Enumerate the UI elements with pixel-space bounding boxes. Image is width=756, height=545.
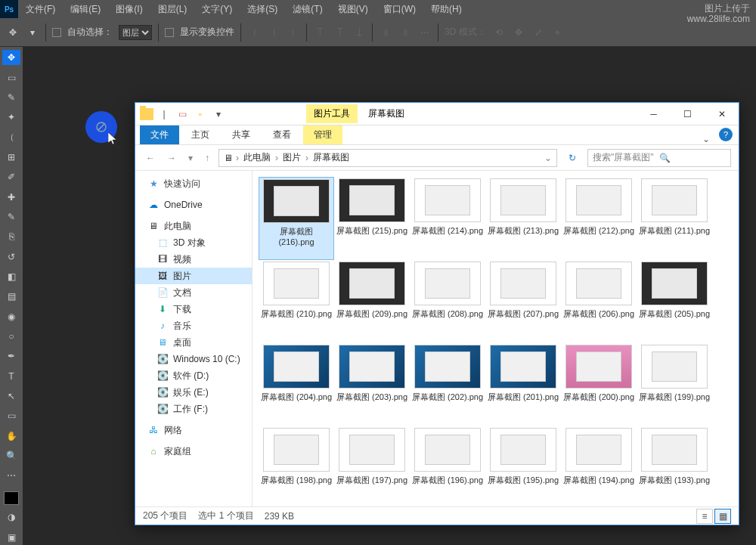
file-item[interactable]: 屏幕截图 (205).png	[637, 260, 712, 343]
distribute-h-icon[interactable]: ⫴	[379, 26, 392, 39]
file-item[interactable]: 屏幕截图 (215).png	[334, 177, 410, 260]
menu-select[interactable]: 选择(S)	[240, 3, 285, 16]
file-item[interactable]: 屏幕截图 (213).png	[485, 177, 561, 260]
sidebar-videos[interactable]: 🎞视频	[135, 251, 252, 268]
auto-select-dropdown[interactable]: 图层	[119, 25, 152, 40]
file-item[interactable]: 屏幕截图 (209).png	[334, 260, 410, 343]
address-bar[interactable]: 🖥 › 此电脑 › 图片 › 屏幕截图 ⌄	[218, 149, 557, 167]
menu-filter[interactable]: 滤镜(T)	[285, 3, 330, 16]
file-item[interactable]: 屏幕截图 (193).png	[637, 426, 712, 506]
gradient-tool[interactable]: ▤	[2, 289, 20, 304]
file-item[interactable]: 屏幕截图 (212).png	[561, 177, 637, 260]
sidebar-pictures[interactable]: 🖼图片	[135, 268, 252, 284]
clone-tool[interactable]: ⎘	[2, 229, 20, 244]
chevron-right-icon[interactable]: ›	[305, 153, 308, 163]
sidebar-downloads[interactable]: ⬇下载	[135, 301, 252, 317]
move-tool[interactable]: ✥	[2, 50, 20, 65]
nav-back-button[interactable]: ←	[143, 153, 158, 163]
file-item[interactable]: 屏幕截图 (194).png	[561, 426, 637, 506]
tab-share[interactable]: 共享	[222, 125, 261, 144]
minimize-button[interactable]: ─	[637, 103, 671, 125]
file-item[interactable]: 屏幕截图 (216).png	[259, 177, 334, 260]
sidebar-3d-objects[interactable]: ⬚3D 对象	[135, 234, 252, 251]
edit-toolbar[interactable]: ⋯	[2, 468, 20, 483]
blur-tool[interactable]: ◉	[2, 308, 20, 324]
search-input[interactable]: 搜索"屏幕截图" 🔍	[587, 149, 731, 167]
breadcrumb-pictures[interactable]: 图片	[281, 151, 302, 164]
explorer-titlebar[interactable]: | ▭ ▫ ▾ 图片工具 屏幕截图 ─ ☐ ✕	[135, 103, 739, 125]
sidebar-this-pc[interactable]: 🖥此电脑	[135, 218, 252, 234]
qat-customize-icon[interactable]: ▾	[211, 109, 226, 119]
file-item[interactable]: 屏幕截图 (211).png	[637, 177, 712, 260]
file-item[interactable]: 屏幕截图 (195).png	[485, 426, 561, 506]
marquee-tool[interactable]: ▭	[2, 70, 20, 85]
chevron-right-icon[interactable]: ›	[275, 153, 278, 163]
file-item[interactable]: 屏幕截图 (210).png	[259, 260, 334, 343]
menu-edit[interactable]: 编辑(E)	[63, 3, 108, 16]
menu-layer[interactable]: 图层(L)	[150, 3, 195, 16]
screen-mode[interactable]: ▣	[2, 530, 20, 545]
sidebar-network[interactable]: 🖧网络	[135, 422, 252, 438]
details-view-button[interactable]: ≡	[696, 509, 713, 524]
chevron-right-icon[interactable]: ›	[236, 153, 239, 163]
nav-recent-icon[interactable]: ▾	[185, 153, 196, 163]
path-select-tool[interactable]: ↖	[2, 389, 20, 404]
close-button[interactable]: ✕	[705, 103, 739, 125]
file-item[interactable]: 屏幕截图 (200).png	[561, 343, 637, 426]
file-item[interactable]: 屏幕截图 (203).png	[334, 343, 410, 426]
file-list[interactable]: 屏幕截图 (216).png屏幕截图 (215).png屏幕截图 (214).p…	[253, 171, 739, 506]
healing-tool[interactable]: ✚	[2, 189, 20, 204]
sidebar-drive-c[interactable]: 💽Windows 10 (C:)	[135, 351, 252, 367]
thumbnails-view-button[interactable]: ▦	[714, 509, 731, 524]
sidebar-documents[interactable]: 📄文档	[135, 284, 252, 301]
file-item[interactable]: 屏幕截图 (208).png	[410, 260, 485, 343]
sidebar-onedrive[interactable]: ☁OneDrive	[135, 197, 252, 213]
file-item[interactable]: 屏幕截图 (198).png	[259, 426, 334, 506]
file-item[interactable]: 屏幕截图 (201).png	[485, 343, 561, 426]
file-item[interactable]: 屏幕截图 (199).png	[637, 343, 712, 426]
brush-tool[interactable]: ✎	[2, 209, 20, 225]
align-top-icon[interactable]: ⟙	[313, 26, 327, 39]
maximize-button[interactable]: ☐	[671, 103, 705, 125]
hand-tool[interactable]: ✋	[2, 429, 20, 444]
file-item[interactable]: 屏幕截图 (196).png	[410, 426, 485, 506]
file-item[interactable]: 屏幕截图 (204).png	[259, 343, 334, 426]
distribute-v-icon[interactable]: ⫴	[398, 26, 412, 39]
tab-file[interactable]: 文件	[140, 125, 179, 144]
file-item[interactable]: 屏幕截图 (202).png	[410, 343, 485, 426]
help-icon[interactable]: ?	[719, 128, 733, 141]
dodge-tool[interactable]: ○	[2, 329, 20, 344]
more-icon[interactable]: ⋯	[418, 26, 432, 39]
frame-tool[interactable]: ⊞	[2, 150, 20, 165]
align-center-h-icon[interactable]: ⟮	[267, 26, 280, 39]
align-left-icon[interactable]: ⟮	[247, 26, 261, 39]
eyedropper-tool[interactable]: ✐	[2, 169, 20, 184]
dropdown-icon[interactable]: ▾	[26, 26, 39, 39]
auto-select-checkbox[interactable]	[52, 28, 61, 37]
sidebar-desktop[interactable]: 🖥桌面	[135, 334, 252, 351]
pen-tool[interactable]: ✒	[2, 348, 20, 364]
address-dropdown-icon[interactable]: ⌄	[544, 153, 552, 163]
menu-window[interactable]: 窗口(W)	[376, 3, 423, 16]
sidebar-quick-access[interactable]: ★快速访问	[135, 175, 252, 192]
file-item[interactable]: 屏幕截图 (207).png	[485, 260, 561, 343]
refresh-button[interactable]: ↻	[563, 153, 581, 163]
align-right-icon[interactable]: ⟯	[287, 26, 300, 39]
menu-image[interactable]: 图像(I)	[108, 3, 150, 16]
tab-view[interactable]: 查看	[262, 125, 302, 144]
sidebar-drive-e[interactable]: 💽娱乐 (E:)	[135, 384, 252, 401]
shape-tool[interactable]: ▭	[2, 408, 20, 423]
qat-properties-icon[interactable]: ▭	[175, 109, 190, 119]
sidebar-music[interactable]: ♪音乐	[135, 317, 252, 334]
align-bottom-icon[interactable]: ⟘	[352, 26, 366, 39]
zoom-tool[interactable]: 🔍	[2, 448, 20, 463]
type-tool[interactable]: T	[2, 369, 20, 384]
align-center-v-icon[interactable]: ⟙	[333, 26, 346, 39]
crop-tool[interactable]: ⟮	[2, 129, 20, 144]
ribbon-collapse-icon[interactable]: ⌄	[695, 134, 717, 144]
lasso-tool[interactable]: ✎	[2, 90, 20, 105]
menu-help[interactable]: 帮助(H)	[423, 3, 469, 16]
foreground-swatch[interactable]	[4, 491, 19, 506]
sidebar-drive-f[interactable]: 💽工作 (F:)	[135, 401, 252, 417]
history-brush-tool[interactable]: ↺	[2, 249, 20, 264]
